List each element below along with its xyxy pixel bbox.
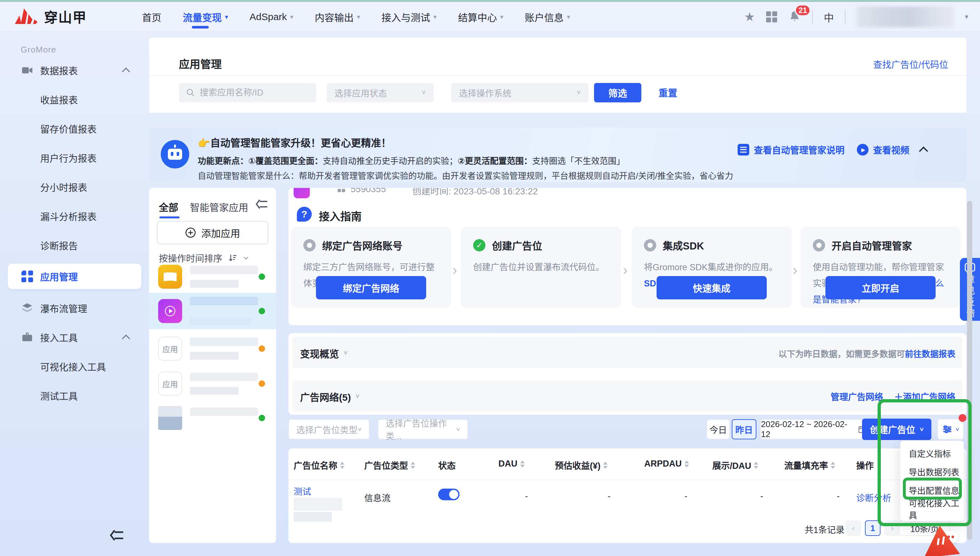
nav-item-integration-test[interactable]: 接入与测试▾	[382, 2, 437, 32]
enable-now-button[interactable]: 立即开启	[825, 276, 936, 299]
app-status-select[interactable]: 选择应用状态˅	[327, 83, 433, 102]
monetization-overview-bar[interactable]: 变现概览˅ 以下为昨日数据，如需更多数据可前往数据报表	[292, 337, 962, 368]
sidebar-item-hourly-report[interactable]: 分小时报表	[0, 172, 149, 202]
app-name-redacted	[190, 338, 258, 346]
page-1-button[interactable]: 1	[865, 520, 880, 536]
col-header-revenue[interactable]: 预估收益(¥)	[555, 459, 608, 472]
os-select[interactable]: 选择操作系统˅	[451, 83, 589, 102]
find-adunit-link[interactable]: 查找广告位/代码位	[873, 58, 948, 71]
diagnose-link[interactable]: 诊断分析	[856, 491, 891, 504]
sort-icon[interactable]	[340, 462, 344, 469]
quick-integrate-button[interactable]: 快速集成	[657, 276, 767, 299]
revenue-cell: -	[608, 491, 611, 501]
filter-button[interactable]: 筛选	[594, 83, 641, 102]
table-settings-button[interactable]: ˅	[937, 419, 964, 440]
menu-item-visual-integration-tool[interactable]: 可视化接入工具	[900, 499, 964, 518]
col-header-name[interactable]: 广告位名称	[294, 459, 344, 472]
sidebar-item-retention-value-report[interactable]: 留存价值报表	[0, 114, 149, 143]
banner-line2: 自动管理智能管家是什么：帮助开发者管理管家调优实验的功能。由开发者设置实验管理规…	[198, 169, 733, 181]
imp-dau-cell: -	[760, 491, 763, 501]
nav-item-adspark[interactable]: AdSpark▾	[249, 2, 293, 32]
tab-smart-manager-apps[interactable]: 智能管家应用	[190, 200, 248, 214]
prev-page-button[interactable]: ‹	[846, 520, 861, 536]
app-list-item-3[interactable]: 应用	[149, 334, 276, 364]
document-icon	[737, 144, 749, 155]
adunit-name-link[interactable]: 测试	[294, 485, 311, 497]
sort-icon[interactable]	[603, 462, 608, 469]
adunit-id-redacted	[294, 498, 342, 511]
sort-icon[interactable]	[754, 462, 758, 469]
chevron-down-icon	[243, 254, 249, 262]
sort-icon[interactable]	[520, 461, 525, 467]
adunit-type-select[interactable]: 选择广告位类型˅	[288, 419, 369, 440]
nav-item-monetization[interactable]: 流量变现▾	[183, 2, 228, 32]
app-list-item-5[interactable]	[149, 404, 276, 432]
status-toggle-on[interactable]	[438, 489, 459, 500]
yesterday-button-active[interactable]: 昨日	[732, 419, 757, 440]
menu-item-custom-metrics[interactable]: 自定义指标	[900, 444, 964, 462]
col-header-imp-dau[interactable]: 展示/DAU	[712, 459, 758, 472]
add-app-button[interactable]: 添加应用	[157, 221, 268, 244]
apps-grid-icon[interactable]	[766, 11, 777, 23]
sort-icon[interactable]	[831, 462, 835, 469]
go-to-reports-link[interactable]: 前往数据报表	[905, 349, 956, 359]
arrow-right-icon: ›	[623, 262, 628, 278]
banner-title: 👉自动管理智能管家升级！更省心更精准！	[198, 135, 391, 149]
sidebar-item-funnel-report[interactable]: 漏斗分析报表	[0, 202, 149, 231]
app-list-item-1[interactable]	[149, 262, 276, 292]
col-header-dau[interactable]: DAU	[498, 459, 525, 469]
menu-item-export-data-list[interactable]: 导出数据列表	[900, 462, 964, 481]
reset-button[interactable]: 重置	[658, 86, 677, 99]
arpdau-cell: -	[684, 491, 687, 501]
manage-network-link[interactable]: 管理广告网络	[831, 390, 883, 403]
app-id-redacted	[190, 280, 239, 288]
sidebar-item-user-behavior-report[interactable]: 用户行为报表	[0, 143, 149, 172]
today-button[interactable]: 今日	[707, 419, 730, 440]
app-list-item-4[interactable]: 应用	[149, 369, 276, 399]
app-id: 5590355	[351, 188, 386, 194]
col-header-arpdau[interactable]: ARPDAU	[644, 459, 689, 469]
banner-collapse-icon[interactable]	[919, 147, 928, 155]
tab-all-apps[interactable]: 全部	[159, 200, 178, 214]
add-network-link[interactable]: ＋添加广告网络	[894, 390, 956, 403]
sidebar-item-integration-tools[interactable]: 接入工具	[0, 323, 149, 352]
blurred-app-icon	[158, 406, 182, 430]
vertical-scrollbar[interactable]	[967, 201, 972, 540]
nav-item-settlement[interactable]: 结算中心▾	[458, 2, 503, 32]
col-header-fill-rate[interactable]: 流量填充率	[784, 459, 835, 472]
sort-icon[interactable]	[684, 461, 689, 467]
search-input[interactable]	[200, 88, 307, 98]
sidebar-item-app-management-active[interactable]: 应用管理	[8, 264, 141, 289]
account-name-redacted[interactable]	[857, 6, 954, 27]
nav-item-account-info[interactable]: 账户信息▾	[525, 2, 570, 32]
app-search-box[interactable]	[179, 83, 316, 102]
sidebar-item-test-tool[interactable]: 测试工具	[0, 381, 149, 410]
network-links: 管理广告网络 ＋添加广告网络	[831, 390, 956, 403]
sidebar-collapse-icon[interactable]	[110, 529, 125, 542]
view-manager-doc-link[interactable]: 查看自动管理管家说明	[737, 143, 844, 156]
account-caret-icon[interactable]: ▾	[965, 13, 968, 21]
nav-item-home[interactable]: 首页	[142, 2, 162, 32]
bell-icon[interactable]: 21	[788, 10, 801, 24]
create-adunit-button[interactable]: 创建广告位˅	[862, 419, 931, 440]
sidebar-item-diagnosis-report[interactable]: 诊断报告	[0, 231, 149, 260]
bind-ad-network-button[interactable]: 绑定广告网络	[316, 276, 426, 299]
ad-network-bar[interactable]: 广告网络(5)˅ 管理广告网络 ＋添加广告网络	[292, 380, 962, 412]
app-list-item-2-selected[interactable]	[149, 293, 276, 329]
date-range-picker[interactable]: 2026-02-12 ~ 2026-02-12	[760, 419, 867, 440]
sidebar-item-waterfall-management[interactable]: 瀑布流管理	[0, 294, 149, 323]
sidebar-item-revenue-report[interactable]: 收益报表	[0, 85, 149, 114]
language-switch[interactable]: 中	[824, 10, 834, 24]
star-icon[interactable]: ★	[744, 11, 755, 23]
col-header-status: 状态	[438, 459, 456, 472]
sort-icon[interactable]	[411, 462, 415, 469]
panel-collapse-icon[interactable]	[256, 198, 269, 211]
sidebar-item-visual-integration-tool[interactable]: 可视化接入工具	[0, 352, 149, 381]
pangle-logo[interactable]: 穿山甲	[14, 6, 87, 26]
next-page-button[interactable]: ›	[885, 520, 900, 536]
sidebar-item-data-reports[interactable]: 数据报表	[0, 56, 149, 85]
view-video-link[interactable]: ▶查看视频	[857, 143, 909, 156]
adunit-operation-select[interactable]: 选择广告位操作类...˅	[378, 419, 468, 440]
col-header-type[interactable]: 广告位类型	[364, 459, 415, 472]
nav-item-content-output[interactable]: 内容输出▾	[315, 2, 360, 32]
